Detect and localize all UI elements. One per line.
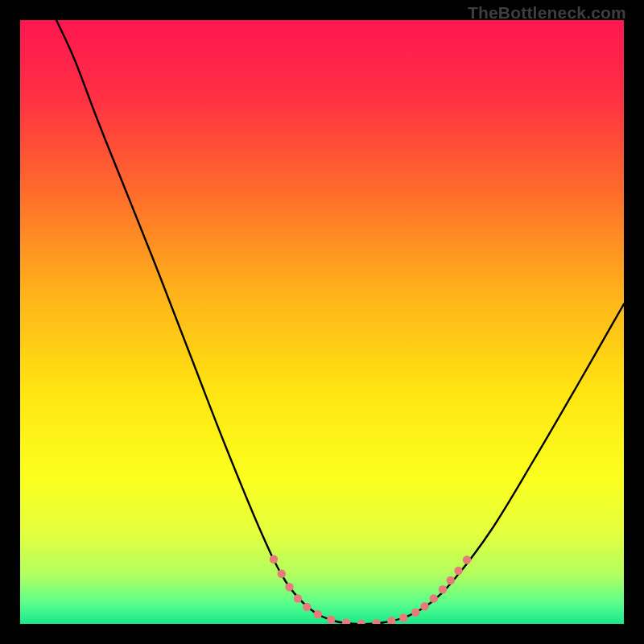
highlight-dot: [420, 602, 428, 610]
highlight-dot: [314, 610, 322, 618]
bottleneck-curve: [56, 20, 624, 624]
highlight-dot: [303, 603, 311, 611]
highlight-dot: [270, 555, 278, 564]
highlight-dot: [454, 567, 462, 575]
watermark-text: TheBottleneck.com: [468, 3, 626, 23]
highlight-dot: [387, 617, 395, 624]
highlight-dot: [447, 576, 455, 584]
highlight-dot: [399, 613, 407, 621]
highlight-dot: [439, 585, 447, 593]
highlight-dot: [327, 616, 335, 624]
highlight-dot: [372, 619, 380, 624]
highlight-dot: [357, 620, 365, 624]
highlight-dot: [430, 594, 438, 602]
highlight-dot: [342, 618, 350, 624]
highlight-dot: [294, 594, 302, 602]
highlight-dot: [285, 583, 293, 591]
chart-frame: TheBottleneck.com: [0, 0, 644, 644]
highlight-dots-group: [270, 555, 471, 624]
highlight-dot: [411, 609, 419, 617]
curve-layer: [20, 20, 624, 624]
plot-area: [20, 20, 624, 624]
highlight-dot: [463, 555, 471, 564]
highlight-dot: [278, 570, 286, 578]
